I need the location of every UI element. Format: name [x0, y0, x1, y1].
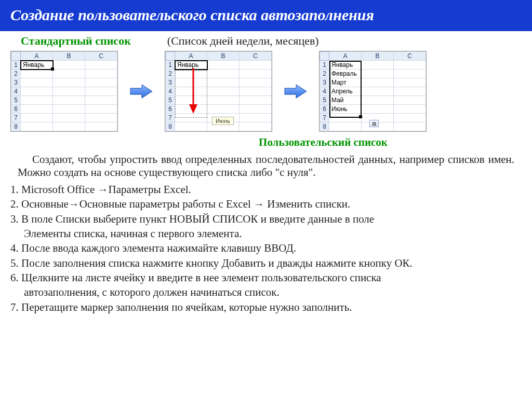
cell — [207, 78, 240, 87]
col-header-A: A — [175, 52, 207, 61]
row-header: 8 — [166, 122, 175, 131]
cell-A1: Январь — [329, 61, 362, 70]
col-header-A: A — [21, 52, 53, 61]
row-header: 8 — [320, 122, 329, 131]
cell — [53, 105, 85, 114]
cell — [362, 70, 394, 78]
step-6-line2: автозаполнения, с которого должен начина… — [10, 285, 522, 299]
cell-value: Январь — [177, 61, 198, 68]
cell — [21, 87, 53, 96]
cell — [21, 114, 53, 122]
select-all-corner — [11, 52, 21, 61]
cell — [85, 96, 117, 105]
row-header: 1 — [11, 61, 21, 70]
cell — [394, 70, 426, 78]
step-4: 4. После ввода каждого элемента нажимайт… — [10, 241, 522, 255]
cell — [53, 61, 85, 70]
cell — [394, 122, 426, 131]
row-header: 4 — [166, 87, 175, 96]
cell — [394, 61, 426, 70]
cell — [362, 105, 394, 114]
cell-value: Январь — [23, 61, 44, 68]
row-header: 6 — [166, 105, 175, 114]
cell — [394, 96, 426, 105]
step-6-line1: 6. Щелкните на листе ячейку и введите в … — [10, 270, 522, 285]
excel-sheet-2: A B C 1 Январь 2 3 4 5 6 7 8 Июнь — [165, 51, 272, 132]
cell — [362, 87, 394, 96]
svg-marker-0 — [130, 85, 152, 98]
col-header-C: C — [85, 52, 117, 61]
row-header: 3 — [320, 78, 329, 87]
col-header-B: B — [362, 52, 394, 61]
row-header: 5 — [166, 96, 175, 105]
row-header: 5 — [11, 96, 21, 105]
cell — [207, 96, 240, 105]
cell — [240, 61, 272, 70]
step-1: 1. Microsoft Office →Параметры Excel. — [10, 182, 522, 197]
cell — [175, 96, 207, 105]
cell — [21, 78, 53, 87]
cell-A1: Январь — [175, 61, 207, 70]
cell — [53, 96, 85, 105]
cell — [240, 105, 272, 114]
row-header: 1 — [166, 61, 175, 70]
cell — [240, 70, 272, 78]
col-header-A: A — [329, 52, 362, 61]
cell — [240, 78, 272, 87]
cell — [207, 105, 240, 114]
row-header: 4 — [320, 87, 329, 96]
row-header: 7 — [166, 114, 175, 122]
cell-A1: Январь — [21, 61, 53, 70]
cell-A4: Апрель — [329, 87, 362, 96]
arrow-right-icon — [129, 83, 153, 100]
cell — [394, 114, 426, 122]
row-header: 5 — [320, 96, 329, 105]
cell — [175, 78, 207, 87]
cell — [175, 70, 207, 78]
cell — [240, 122, 272, 131]
instruction-steps: 1. Microsoft Office →Параметры Excel. 2.… — [0, 181, 532, 317]
row-header: 2 — [11, 70, 21, 78]
cell — [21, 96, 53, 105]
standard-list-heading: Стандартный список — [21, 34, 131, 48]
cell — [240, 114, 272, 122]
row-header: 7 — [320, 114, 329, 122]
cell — [85, 61, 117, 70]
cell-A6: Июнь — [329, 105, 362, 114]
autofill-tooltip: Июнь — [212, 117, 234, 125]
slide-title: Создание пользовательского списка автоза… — [0, 0, 532, 31]
col-header-B: B — [53, 52, 85, 61]
row-header: 3 — [166, 78, 175, 87]
cell — [240, 96, 272, 105]
step-2: 2. Основные→Основные параметры работы с … — [10, 197, 522, 211]
cell — [53, 87, 85, 96]
cell — [394, 105, 426, 114]
cell — [207, 70, 240, 78]
svg-marker-3 — [285, 85, 307, 98]
cell-A5: Май — [329, 96, 362, 105]
arrow-right-icon — [284, 83, 308, 100]
cell — [394, 78, 426, 87]
col-header-C: C — [240, 52, 272, 61]
cell — [53, 70, 85, 78]
excel-sheet-1: A B C 1 Январь 2 3 4 5 6 7 8 — [10, 51, 118, 132]
cell — [362, 96, 394, 105]
cell — [240, 87, 272, 96]
cell — [85, 70, 117, 78]
cell — [175, 105, 207, 114]
cell — [53, 114, 85, 122]
step-3-line2: Элементы списка, начиная с первого элеме… — [10, 226, 522, 241]
cell — [175, 122, 207, 131]
step-7: 7. Перетащите маркер заполнения по ячейк… — [10, 300, 522, 314]
row-header: 3 — [11, 78, 21, 87]
cell — [21, 105, 53, 114]
step-5: 5. После заполнения списка нажмите кнопк… — [10, 256, 522, 270]
cell — [362, 61, 394, 70]
cell — [53, 122, 85, 131]
col-header-B: B — [207, 52, 240, 61]
row-header: 6 — [11, 105, 21, 114]
cell-A3: Март — [329, 78, 362, 87]
excel-sheet-3: A B C 1Январь 2Февраль 3Март 4Апрель 5Ма… — [319, 51, 427, 132]
row-header: 6 — [320, 105, 329, 114]
cell — [175, 87, 207, 96]
